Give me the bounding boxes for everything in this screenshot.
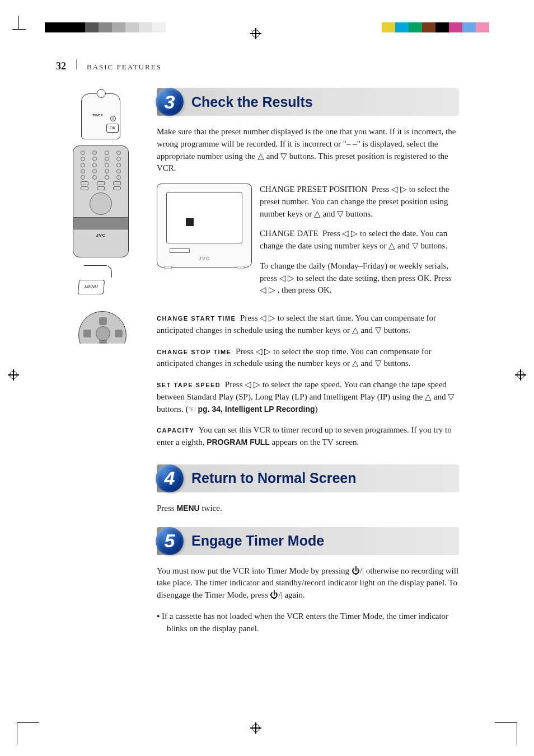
pointer-icon: ☞ bbox=[189, 403, 196, 416]
step-5-bullet-1: If a cassette has not loaded when the VC… bbox=[167, 611, 459, 635]
change-stop-text: CHANGE STOP TIME Press ◁ ▷ to select the… bbox=[157, 346, 459, 370]
vcr-brand-label: JVC bbox=[157, 256, 251, 261]
daily-weekly-text: To change the daily (Monday–Friday) or w… bbox=[260, 260, 459, 297]
remote-top-diagram: TV/VCR i OK bbox=[76, 88, 126, 141]
capacity-text: CAPACITY You can set this VCR to timer r… bbox=[157, 424, 459, 449]
change-date-text: CHANGE DATE Press ◁ ▷ to select the date… bbox=[260, 228, 459, 252]
section-label: BASIC FEATURES bbox=[87, 63, 162, 72]
page-content: 32 BASIC FEATURES TV/VCR i OK bbox=[56, 59, 459, 635]
step-3-header: 3 Check the Results bbox=[157, 88, 459, 116]
registration-mark-right bbox=[515, 369, 526, 381]
change-start-text: CHANGE START TIME Press ◁ ▷ to select th… bbox=[157, 312, 459, 337]
header-divider bbox=[76, 59, 77, 69]
page-header: 32 BASIC FEATURES bbox=[56, 59, 459, 72]
step-5-title: Engage Timer Mode bbox=[191, 533, 324, 549]
step-4-text: Press MENU twice. bbox=[157, 503, 459, 515]
step-5-header: 5 Engage Timer Mode bbox=[157, 527, 459, 555]
page-number: 32 bbox=[56, 60, 66, 72]
remote-illustrations: TV/VCR i OK JVC MENU bbox=[56, 88, 146, 635]
step-number-5: 5 bbox=[156, 527, 184, 555]
stop-icon bbox=[186, 218, 194, 226]
step-4-header: 4 Return to Normal Screen bbox=[157, 464, 459, 492]
vcr-diagram: JVC bbox=[157, 184, 252, 267]
menu-button-icon: MENU bbox=[78, 280, 105, 294]
change-preset-text: CHANGE PRESET POSITION Press ◁ ▷ to sele… bbox=[260, 184, 459, 220]
step-5-text: You must now put the VCR into Timer Mode… bbox=[157, 565, 459, 602]
step-number-4: 4 bbox=[156, 464, 184, 492]
power-icon bbox=[97, 89, 106, 98]
info-button-icon: i bbox=[110, 116, 116, 121]
dpad-icon bbox=[78, 311, 127, 359]
step-4-title: Return to Normal Screen bbox=[191, 470, 357, 486]
step-3-intro: Make sure that the preset number display… bbox=[157, 126, 459, 175]
registration-mark-top bbox=[250, 28, 261, 39]
step-3-title: Check the Results bbox=[191, 94, 313, 110]
jvc-logo: JVC bbox=[77, 233, 125, 238]
remote-full-diagram: JVC bbox=[73, 145, 129, 257]
registration-mark-left bbox=[8, 369, 19, 381]
printer-marks-bottom bbox=[0, 711, 534, 745]
remote-bottom-diagram: MENU bbox=[73, 263, 129, 347]
step-number-3: 3 bbox=[156, 88, 184, 116]
printer-marks-top bbox=[0, 22, 534, 45]
set-tape-speed-text: SET TAPE SPEED Press ◁ ▷ to select the t… bbox=[157, 379, 459, 415]
tvvcr-label: TV/VCR bbox=[92, 114, 102, 117]
ok-button-icon: OK bbox=[106, 124, 119, 133]
step-5-bullets: If a cassette has not loaded when the VC… bbox=[157, 611, 459, 635]
